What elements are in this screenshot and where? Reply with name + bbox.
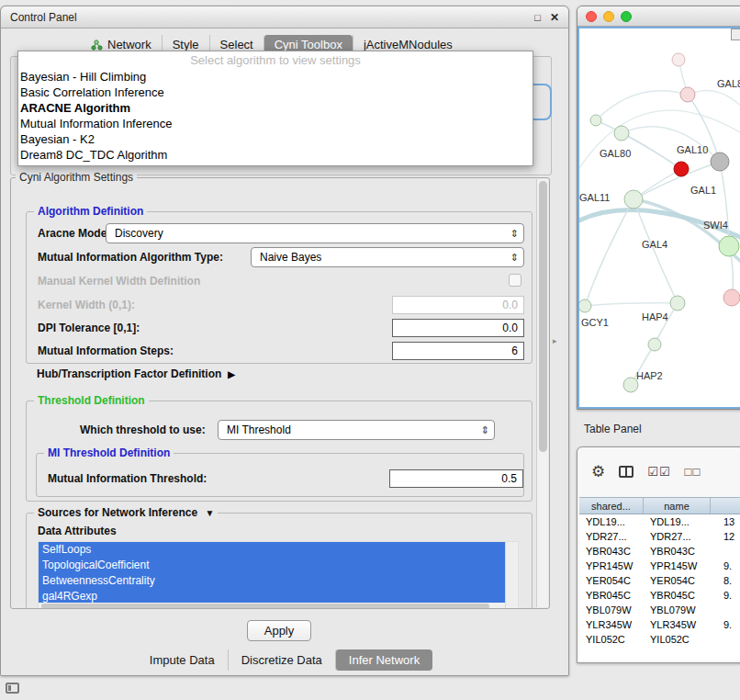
mi-threshold-label: Mutual Information Threshold: (48, 472, 207, 485)
minimize-button[interactable] (603, 11, 614, 22)
network-node[interactable] (590, 115, 601, 126)
algorithm-definition-title: Algorithm Definition (34, 205, 147, 218)
control-panel-titlebar: Control Panel □ ✕ (1, 6, 568, 28)
mi-threshold-group: MI Threshold Definition Mutual Informati… (36, 453, 524, 497)
table-panel-window: ⚙ ☑☑ □□ shared... name YDL19... YDL19...… (577, 446, 740, 663)
deselect-all-icon[interactable]: □□ (685, 466, 701, 478)
hscroll-thumb[interactable] (41, 604, 489, 609)
network-node-selected[interactable] (674, 162, 689, 176)
dropdown-option[interactable]: Basic Correlation Inference (18, 85, 533, 100)
table-row[interactable]: YPR145W YPR145W 9. (579, 559, 740, 573)
algorithm-dropdown-popup: Select algorithm to view settings Bayesi… (17, 51, 533, 166)
node-label: GAL8 (717, 78, 740, 89)
node-label: GCY1 (581, 317, 609, 328)
node-label: GAL4 (642, 239, 667, 250)
selected-value: Discovery (115, 227, 163, 240)
table-row[interactable]: YBR045C YBR045C 9. (579, 588, 740, 603)
sources-expander[interactable]: Sources for Network Inference ▼ (34, 506, 218, 519)
dropdown-option[interactable]: Bayesian - K2 (18, 131, 533, 147)
network-node[interactable] (624, 190, 643, 209)
close-icon[interactable]: ✕ (550, 11, 559, 24)
table-row[interactable]: YBL079W YBL079W (579, 603, 740, 617)
network-node[interactable] (719, 236, 739, 256)
node-label: HAP4 (642, 311, 668, 322)
column-header-shared-name[interactable]: shared... (579, 498, 644, 514)
columns-icon[interactable] (619, 466, 633, 478)
which-threshold-label: Which threshold to use: (80, 423, 206, 436)
column-header-extra[interactable] (711, 498, 740, 514)
manual-kernel-width-checkbox[interactable] (509, 274, 521, 287)
dropdown-option-selected[interactable]: ARACNE Algorithm (18, 100, 533, 116)
tab-infer-network[interactable]: Infer Network (335, 649, 432, 671)
select-all-icon[interactable]: ☑☑ (647, 466, 670, 478)
close-button[interactable] (586, 11, 597, 22)
column-header-name[interactable]: name (644, 498, 711, 514)
attribute-item-selected[interactable]: BetweennessCentrality (39, 573, 505, 589)
chevron-down-icon: ▼ (205, 508, 214, 518)
tab-discretize-data[interactable]: Discretize Data (228, 649, 335, 671)
network-graph[interactable]: GAL8 GAL80 GAL10 GAL11 GAL1 SWI4 GAL4 GC… (579, 28, 740, 408)
apply-button[interactable]: Apply (247, 620, 311, 641)
attribute-item-selected[interactable]: SelfLoops (39, 542, 505, 558)
panel-toggle-icon[interactable] (6, 683, 19, 694)
cell-name: YIL052C (644, 634, 711, 645)
combo-arrows-icon: ⇕ (481, 421, 489, 439)
desktop: Control Panel □ ✕ Network Style Select (0, 0, 740, 700)
settings-group-title: Cyni Algorithm Settings (16, 171, 137, 184)
settings-scrollbar[interactable] (536, 179, 548, 607)
threshold-definition-title: Threshold Definition (34, 394, 149, 407)
cell-name: YBR045C (644, 590, 711, 601)
cell-shared-name: YDL19... (579, 516, 644, 527)
settings-scroll-thumb[interactable] (539, 181, 547, 452)
pane-divider-arrow[interactable]: ▸ (553, 336, 557, 345)
dropdown-option[interactable]: Bayesian - Hill Climbing (18, 69, 533, 85)
dpi-tolerance-field[interactable]: 0.0 (392, 319, 524, 337)
dropdown-placeholder[interactable]: Select algorithm to view settings (18, 51, 533, 69)
cell-shared-name: YDR27... (579, 531, 644, 542)
tab-impute-data[interactable]: Impute Data (137, 649, 228, 671)
network-node[interactable] (648, 338, 661, 351)
table-row[interactable]: YIL052C YIL052C (579, 632, 740, 647)
kernel-width-field[interactable]: 0.0 (392, 296, 524, 314)
zoom-button[interactable] (621, 11, 632, 22)
float-window-icon[interactable]: □ (534, 12, 541, 23)
mi-threshold-field[interactable]: 0.5 (389, 469, 523, 488)
mi-steps-field[interactable]: 6 (392, 342, 524, 360)
network-canvas[interactable]: GAL8 GAL80 GAL10 GAL11 GAL1 SWI4 GAL4 GC… (577, 27, 740, 409)
network-node[interactable] (614, 126, 629, 141)
table-row[interactable]: YDR27... YDR27... 12 (579, 529, 740, 544)
network-node[interactable] (723, 289, 740, 306)
gear-icon[interactable]: ⚙ (591, 464, 605, 480)
data-attributes-list: SelfLoops TopologicalCoefficient Between… (38, 541, 519, 609)
network-node[interactable] (579, 299, 591, 312)
attribute-items: SelfLoops TopologicalCoefficient Between… (39, 542, 505, 603)
cell-shared-name: YPR145W (579, 560, 644, 571)
network-node[interactable] (670, 296, 685, 310)
attribute-item-selected[interactable]: TopologicalCoefficient (39, 558, 505, 573)
mi-algorithm-type-select[interactable]: Naive Bayes ⇕ (251, 247, 524, 267)
cyni-algorithm-settings-panel: Algorithm Definition Aracne Mode: Discov… (10, 177, 550, 609)
birdseye-toggle[interactable] (731, 28, 740, 40)
dropdown-option[interactable]: Mutual Information Inference (18, 116, 533, 131)
attribute-list-vscrollbar[interactable] (505, 542, 518, 609)
table-row[interactable]: YBR043C YBR043C (579, 544, 740, 559)
mi-threshold-group-title: MI Threshold Definition (44, 446, 174, 459)
which-threshold-select[interactable]: MI Threshold ⇕ (218, 420, 495, 440)
attribute-item-selected[interactable]: gal4RGexp (39, 589, 505, 603)
network-tab-icon (90, 40, 103, 51)
attribute-list-hscrollbar[interactable] (39, 603, 505, 609)
table-row[interactable]: YER054C YER054C 8. (579, 573, 740, 588)
cell-name: YDL19... (644, 516, 711, 527)
network-node[interactable] (680, 87, 695, 102)
network-node[interactable] (672, 53, 685, 66)
cell-shared-name: YBR045C (579, 590, 644, 601)
dropdown-option[interactable]: Dream8 DC_TDC Algorithm (18, 147, 533, 163)
hub-definition-expander[interactable]: Hub/Transcription Factor Definition▶ (37, 367, 235, 380)
table-row[interactable]: YDL19... YDL19... 13 (579, 514, 740, 529)
cell-name: YPR145W (644, 560, 711, 571)
aracne-mode-select[interactable]: Discovery ⇕ (106, 223, 524, 243)
network-window-titlebar (577, 6, 740, 27)
network-node[interactable] (711, 152, 729, 171)
table-row[interactable]: YLR345W YLR345W 9. (579, 617, 740, 632)
cell-shared-name: YIL052C (579, 634, 644, 645)
